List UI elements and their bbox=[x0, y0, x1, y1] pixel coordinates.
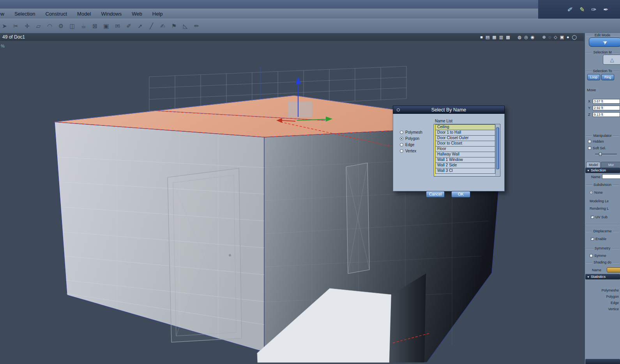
dotted-circle-icon[interactable]: ◌ bbox=[549, 33, 551, 41]
cols-view-icon[interactable]: ▥ bbox=[499, 33, 503, 41]
none-radio[interactable] bbox=[590, 191, 593, 194]
flag-tool-icon[interactable]: ⚑ bbox=[170, 23, 178, 30]
plane-handle[interactable] bbox=[288, 102, 312, 117]
door-left-wall[interactable] bbox=[168, 168, 242, 342]
hand-draw-tool-icon[interactable]: ✍ bbox=[159, 23, 166, 30]
shading-name-button[interactable] bbox=[607, 267, 620, 272]
selection-mode-button[interactable]: △ bbox=[603, 55, 620, 65]
quad-view-icon[interactable]: ▩ bbox=[506, 33, 510, 41]
shaded-ball-icon[interactable]: ◍ bbox=[518, 33, 522, 41]
menu-help[interactable]: Help bbox=[147, 11, 168, 17]
list-item[interactable]: Door 1 to Hall bbox=[435, 130, 495, 136]
radio-label-edge: Edge bbox=[405, 143, 414, 147]
light-ball-icon[interactable]: ● bbox=[567, 33, 569, 41]
move-z-field[interactable] bbox=[593, 112, 620, 117]
door-right-wall[interactable] bbox=[346, 163, 369, 274]
dialog-title-bar[interactable]: Select By Name bbox=[393, 106, 505, 114]
ring-button[interactable]: Ring bbox=[601, 74, 614, 80]
cube-view-icon[interactable]: ▣ bbox=[560, 33, 564, 41]
soft-sel-checkbox-row[interactable]: Soft Sel. bbox=[588, 146, 606, 150]
edit-mode-button[interactable]: ➤ bbox=[589, 37, 620, 47]
radio-polymesh[interactable]: Polymesh bbox=[400, 130, 422, 134]
grid-view-icon[interactable]: ▦ bbox=[492, 33, 496, 41]
hidden-checkbox[interactable] bbox=[588, 140, 591, 143]
menu-construct[interactable]: Construct bbox=[40, 11, 72, 17]
list-item[interactable]: Floor bbox=[435, 146, 495, 152]
select-tool-icon[interactable]: ➤ bbox=[1, 23, 8, 30]
bottom-section-header[interactable] bbox=[585, 359, 620, 364]
scrollbar-thumb[interactable] bbox=[496, 127, 499, 169]
list-item[interactable]: Wall 1 Window bbox=[435, 157, 495, 163]
symmetry-checkbox[interactable] bbox=[590, 254, 593, 257]
radio-edge[interactable]: Edge bbox=[400, 142, 414, 147]
move-x-field[interactable] bbox=[593, 99, 620, 104]
rows-view-icon[interactable]: ▤ bbox=[486, 33, 489, 41]
ink-select-tool-icon[interactable]: ✒ bbox=[602, 6, 609, 13]
menu-windows[interactable]: Windows bbox=[96, 11, 127, 17]
uv-sub-checkbox[interactable] bbox=[591, 216, 594, 219]
move-z-label: Z bbox=[588, 113, 590, 117]
soft-sel-slider[interactable] bbox=[595, 154, 617, 155]
settings-tool-icon[interactable]: ⚙ bbox=[57, 23, 65, 30]
menu-model[interactable]: Model bbox=[72, 11, 96, 17]
enable-checkbox[interactable] bbox=[591, 237, 594, 240]
snap-tool-icon[interactable]: ✛ bbox=[23, 23, 31, 30]
tab-model[interactable]: Model bbox=[586, 162, 601, 168]
lasso-tool-icon[interactable]: ✐ bbox=[567, 6, 573, 13]
pencil-tool-icon[interactable]: ✐ bbox=[125, 23, 132, 30]
wire-ball-icon[interactable]: ◎ bbox=[524, 33, 528, 41]
radio-vertex[interactable]: Vertex bbox=[400, 148, 416, 153]
tab-morph[interactable]: Mor bbox=[601, 162, 620, 168]
ok-button[interactable]: OK bbox=[451, 191, 470, 198]
loop-button[interactable]: Loop bbox=[587, 74, 600, 80]
uv-sub-checkbox-row[interactable]: UV Sub bbox=[591, 215, 608, 219]
list-item[interactable]: Door to Closet bbox=[435, 141, 495, 147]
dialog-system-icon[interactable] bbox=[397, 108, 400, 111]
textured-ball-icon[interactable]: ◉ bbox=[531, 33, 535, 41]
soft-sel-checkbox[interactable] bbox=[588, 147, 591, 150]
list-item[interactable]: Hallway Wall bbox=[435, 152, 495, 157]
zoom-level-fragment: % bbox=[1, 44, 5, 48]
radio-polygon[interactable]: Polygon bbox=[400, 136, 419, 141]
list-item[interactable]: Door Closet Outer bbox=[435, 135, 495, 141]
radio-label-polymesh: Polymesh bbox=[405, 130, 422, 134]
line-tool-icon[interactable]: ╱ bbox=[148, 23, 155, 30]
triangle-tool-icon[interactable]: ◺ bbox=[182, 23, 189, 30]
cut-tool-icon[interactable]: ✂ bbox=[12, 23, 19, 30]
envelope-tool-icon[interactable]: ✉ bbox=[114, 23, 121, 30]
cancel-button[interactable]: Cancel bbox=[426, 191, 445, 198]
outline-ball-icon[interactable]: ◯ bbox=[572, 33, 577, 41]
hidden-checkbox-row[interactable]: Hidden bbox=[588, 140, 604, 143]
symmetry-checkbox-row[interactable]: Symme bbox=[590, 254, 606, 258]
move-y-field[interactable] bbox=[593, 106, 620, 110]
diamond-view-icon[interactable]: ◇ bbox=[554, 33, 557, 41]
menu-selection[interactable]: Selection bbox=[9, 11, 40, 17]
list-item[interactable]: Ceiling bbox=[435, 124, 495, 130]
statistics-section-header[interactable]: ▼Statistics bbox=[585, 274, 620, 279]
rect-tool-icon[interactable]: ▱ bbox=[35, 23, 42, 30]
arrow-up-tool-icon[interactable]: ➚ bbox=[136, 23, 144, 30]
none-radio-row[interactable]: None bbox=[590, 191, 603, 194]
cube-tool-icon[interactable]: ▣ bbox=[102, 23, 110, 30]
pen-select-tool-icon[interactable]: ✑ bbox=[591, 6, 597, 13]
menu-view[interactable]: View bbox=[0, 11, 9, 17]
pen-tool-icon[interactable]: ✏ bbox=[193, 23, 200, 30]
list-item[interactable]: Wall 2 Side bbox=[435, 163, 495, 168]
soft-sel-slider-thumb[interactable] bbox=[599, 152, 602, 156]
list-scrollbar[interactable] bbox=[495, 125, 500, 176]
cup-tool-icon[interactable]: ☕ bbox=[80, 23, 87, 30]
enable-checkbox-row[interactable]: Enable bbox=[591, 237, 606, 241]
single-view-icon[interactable]: ■ bbox=[480, 33, 483, 41]
dome-tool-icon[interactable]: ◠ bbox=[46, 23, 53, 30]
freehand-select-tool-icon[interactable]: ✎ bbox=[579, 6, 585, 13]
viewport-view-controls: ■ ▤ ▦ ▥ ▩ ◍ ◎ ◉ ⊕ ◌ ◇ ▣ ● ◯ bbox=[480, 33, 577, 41]
selection-section-header[interactable]: ▼Selection bbox=[585, 168, 620, 173]
viewport-3d-scene[interactable] bbox=[0, 33, 584, 364]
delete-tool-icon[interactable]: ⊠ bbox=[91, 23, 99, 30]
menu-web[interactable]: Web bbox=[127, 11, 147, 17]
list-item[interactable]: Wall 3 Cl bbox=[435, 168, 495, 174]
name-field[interactable] bbox=[602, 174, 620, 179]
window-tool-icon[interactable]: ◫ bbox=[69, 23, 76, 30]
axis-y-arrow[interactable] bbox=[295, 77, 301, 84]
orbit-icon[interactable]: ⊕ bbox=[542, 33, 546, 41]
